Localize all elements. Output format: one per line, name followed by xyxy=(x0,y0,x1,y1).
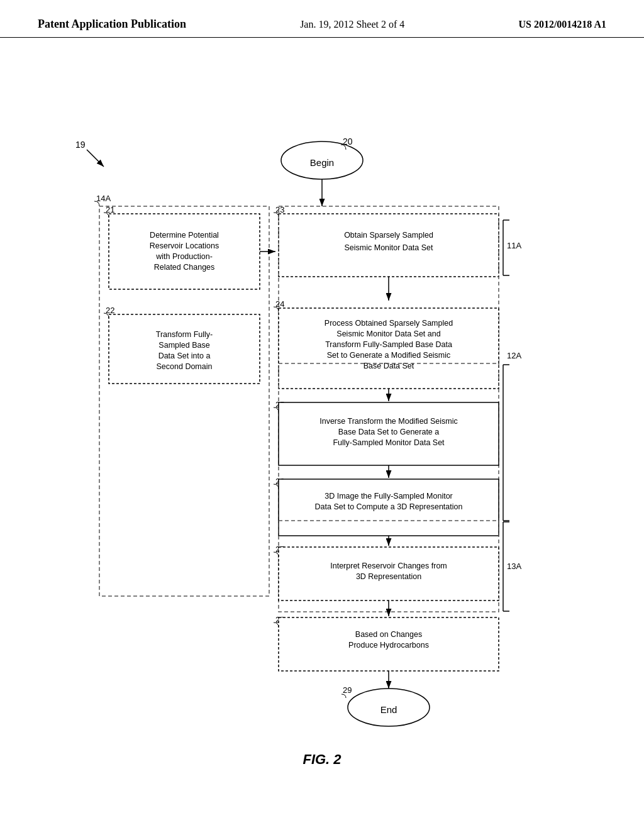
box24-line5: Base Data Set xyxy=(364,362,414,370)
svg-line-1 xyxy=(87,150,104,167)
box22-line1: Transform Fully- xyxy=(156,330,213,339)
page-header: Patent Application Publication Jan. 19, … xyxy=(0,0,644,38)
box24-line3: Transform Fully-Sampled Base Data xyxy=(325,340,452,349)
box27-line2: 3D Representation xyxy=(356,572,421,581)
label-19: 19 xyxy=(75,140,86,150)
diagram-area: 19 Begin 20 14A 21 Determine Potential R… xyxy=(0,38,644,792)
label-20: 20 xyxy=(343,136,353,147)
box24-line2: Seismic Monitor Data Set and xyxy=(336,329,440,338)
end-label: End xyxy=(380,704,397,715)
box24-line4: Set to Generate a Modified Seismic xyxy=(327,351,451,360)
box27-line1: Interpret Reservoir Changes from xyxy=(330,562,447,570)
box21-line2: Reservoir Locations xyxy=(150,241,219,250)
box25-line3: Fully-Sampled Monitor Data Set xyxy=(333,438,445,447)
label-14A: 14A xyxy=(96,194,111,203)
box22-line3: Data Set into a xyxy=(158,351,211,360)
box21-line4: Related Changes xyxy=(154,263,215,272)
begin-label: Begin xyxy=(310,157,334,168)
label-29: 29 xyxy=(343,685,352,695)
publication-label: Patent Application Publication xyxy=(38,18,186,31)
box24-line1: Process Obtained Sparsely Sampled xyxy=(325,319,453,328)
flowchart-svg: 19 Begin 20 14A 21 Determine Potential R… xyxy=(0,38,644,792)
box21-line1: Determine Potential xyxy=(150,231,219,240)
box23-line2: Seismic Monitor Data Set xyxy=(344,243,433,252)
fig-caption: FIG. 2 xyxy=(303,751,341,767)
label-13A: 13A xyxy=(507,562,521,571)
box21-line3: with Production- xyxy=(155,252,213,261)
box25-line1: Inverse Transform the Modified Seismic xyxy=(319,417,458,426)
box28-line1: Based on Changes xyxy=(355,630,422,639)
label-12A: 12A xyxy=(507,351,521,360)
box23-line1: Obtain Sparsely Sampled xyxy=(344,231,433,240)
label-11A: 11A xyxy=(507,241,521,250)
box22-line2: Sampled Base xyxy=(158,341,209,350)
box25-line2: Base Data Set to Generate a xyxy=(338,428,440,436)
box28-line2: Produce Hydrocarbons xyxy=(348,641,429,650)
patent-number-label: US 2012/0014218 A1 xyxy=(518,19,606,30)
date-sheet-label: Jan. 19, 2012 Sheet 2 of 4 xyxy=(300,19,404,30)
box22-line4: Second Domain xyxy=(157,362,213,371)
box26-line2: Data Set to Compute a 3D Representation xyxy=(315,502,463,511)
box26-line1: 3D Image the Fully-Sampled Monitor xyxy=(325,492,453,501)
svg-rect-5 xyxy=(109,214,260,289)
